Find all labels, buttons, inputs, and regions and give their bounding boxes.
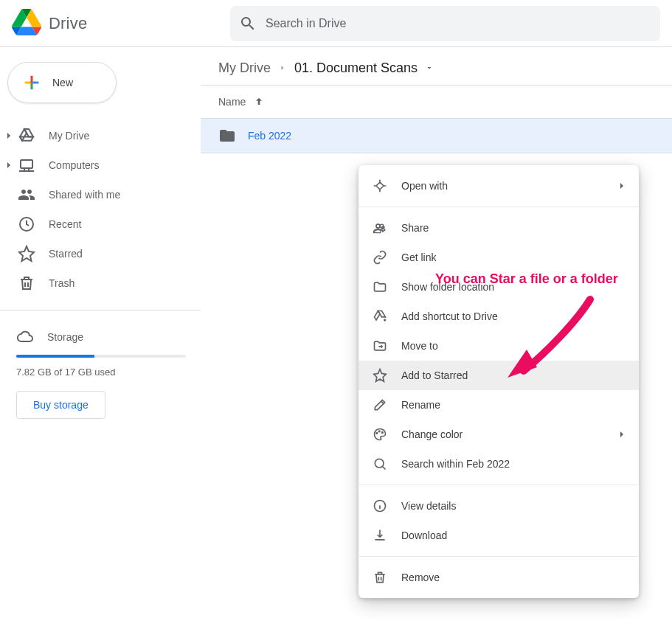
sidebar-nav: My Drive Computers Shared with me Recent (0, 115, 201, 304)
storage-used-text: 7.82 GB of 17 GB used (16, 367, 186, 378)
sidebar-item-label: Starred (49, 248, 83, 260)
ctx-label: Add shortcut to Drive (401, 310, 498, 322)
trash-icon (18, 274, 35, 292)
ctx-label: Search within Feb 2022 (401, 458, 510, 470)
app-name: Drive (49, 14, 87, 33)
ctx-label: Remove (401, 572, 440, 583)
annotation-arrow-icon (502, 294, 597, 382)
ctx-label: View details (401, 500, 456, 512)
ctx-divider (358, 485, 639, 485)
ctx-remove[interactable]: Remove (358, 563, 639, 592)
rename-icon (372, 397, 388, 413)
ctx-share[interactable]: Share (358, 213, 639, 243)
chevron-right-icon (618, 428, 626, 440)
ctx-label: Share (401, 222, 429, 234)
annotation-text: You can Star a file or a folder (435, 271, 618, 287)
svg-point-6 (375, 459, 384, 468)
sidebar-item-label: My Drive (49, 130, 89, 142)
storage-label: Storage (47, 331, 83, 343)
ctx-label: Move to (401, 340, 438, 352)
star-icon (18, 245, 35, 263)
drive-icon (18, 127, 35, 145)
shared-icon (18, 186, 35, 204)
caret-right-icon (0, 162, 18, 169)
column-name: Name (218, 96, 246, 108)
breadcrumb: My Drive 01. Document Scans (201, 47, 672, 86)
new-button[interactable]: New (7, 62, 117, 103)
ctx-download[interactable]: Download (358, 521, 639, 550)
sidebar-item-recent[interactable]: Recent (0, 209, 201, 239)
shortcut-icon (372, 308, 388, 324)
trash-icon (372, 569, 388, 586)
ctx-label: Rename (401, 399, 440, 411)
header-bar: Drive (0, 0, 672, 47)
drive-logo-icon (12, 7, 41, 39)
palette-icon (372, 426, 388, 442)
chevron-right-icon (278, 60, 287, 76)
sidebar-item-label: Shared with me (49, 189, 120, 201)
storage-section: Storage 7.82 GB of 17 GB used Buy storag… (0, 316, 201, 419)
computers-icon (18, 156, 35, 174)
ctx-change-color[interactable]: Change color (358, 420, 639, 449)
sidebar-item-computers[interactable]: Computers (0, 150, 201, 180)
file-name: Feb 2022 (248, 130, 291, 142)
breadcrumb-root[interactable]: My Drive (218, 60, 271, 76)
sidebar-item-storage[interactable]: Storage (16, 322, 186, 352)
move-icon (372, 338, 388, 354)
cloud-icon (16, 328, 34, 346)
storage-progress (16, 355, 186, 358)
svg-point-2 (376, 224, 380, 228)
sidebar-divider (0, 310, 201, 310)
ctx-label: Change color (401, 428, 463, 440)
sidebar-item-my-drive[interactable]: My Drive (0, 121, 201, 150)
folder-icon (218, 127, 236, 145)
ctx-label: Get link (401, 251, 436, 263)
breadcrumb-current[interactable]: 01. Document Scans (294, 60, 418, 76)
sidebar-item-shared[interactable]: Shared with me (0, 180, 201, 209)
sidebar-item-label: Computers (49, 159, 99, 171)
svg-rect-0 (21, 160, 32, 168)
svg-point-5 (382, 432, 384, 434)
svg-point-4 (378, 431, 380, 432)
open-with-icon (372, 178, 388, 194)
ctx-divider (358, 206, 639, 207)
buy-storage-button[interactable]: Buy storage (16, 391, 105, 419)
caret-right-icon (0, 132, 18, 139)
ctx-get-link[interactable]: Get link (358, 243, 639, 272)
share-icon (372, 220, 388, 236)
new-button-label: New (52, 77, 73, 88)
sidebar-item-label: Recent (49, 218, 81, 230)
search-input[interactable] (266, 17, 651, 30)
storage-progress-fill (16, 355, 94, 358)
file-row[interactable]: Feb 2022 (201, 118, 672, 153)
logo-area[interactable]: Drive (12, 7, 230, 39)
search-icon (372, 456, 388, 472)
ctx-divider (358, 556, 639, 557)
download-icon (372, 527, 388, 544)
sidebar-item-starred[interactable]: Starred (0, 239, 201, 268)
search-icon (239, 15, 257, 32)
folder-outline-icon (372, 279, 388, 295)
sidebar: New My Drive Computers Shared with me (0, 47, 201, 632)
arrow-up-icon (253, 96, 265, 108)
info-icon (372, 498, 388, 514)
plus-icon (21, 72, 42, 93)
search-box[interactable] (230, 6, 660, 41)
chevron-right-icon (618, 180, 626, 192)
ctx-label: Open with (401, 180, 448, 192)
ctx-label: Download (401, 529, 447, 541)
list-header[interactable]: Name (201, 86, 672, 118)
svg-point-3 (376, 433, 378, 434)
ctx-label: Add to Starred (401, 369, 468, 381)
sidebar-item-trash[interactable]: Trash (0, 268, 201, 298)
sidebar-item-label: Trash (49, 277, 75, 289)
ctx-rename[interactable]: Rename (358, 390, 639, 420)
link-icon (372, 249, 388, 265)
recent-icon (18, 215, 35, 233)
ctx-search-within[interactable]: Search within Feb 2022 (358, 449, 639, 479)
caret-down-icon[interactable] (425, 60, 434, 76)
ctx-open-with[interactable]: Open with (358, 171, 639, 201)
ctx-view-details[interactable]: View details (358, 491, 639, 521)
star-icon (372, 367, 388, 383)
